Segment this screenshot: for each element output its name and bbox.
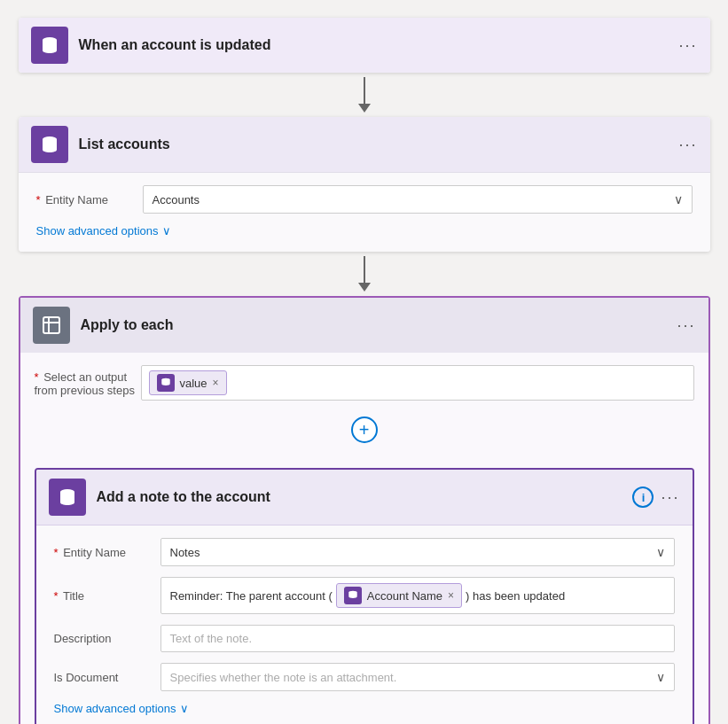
trigger-header: When an account is updated ··· — [19, 18, 710, 73]
list-accounts-step: List accounts ··· * Entity Name Accounts… — [19, 117, 710, 252]
title-suffix: ) has been updated — [466, 589, 565, 603]
entity-name-row: * Entity Name Accounts ∨ — [36, 185, 693, 214]
entity-name-label: * Entity Name — [36, 193, 143, 206]
account-name-tag: Account Name × — [336, 583, 462, 608]
note-entity-name-dropdown[interactable]: Notes ∨ — [160, 538, 675, 566]
list-accounts-header[interactable]: List accounts ··· — [19, 117, 710, 172]
required-star-2: * — [35, 370, 39, 384]
add-note-body: * Entity Name Notes ∨ * Title — [36, 525, 693, 724]
note-title-label: * Title — [54, 589, 160, 603]
apply-each-header[interactable]: Apply to each ··· — [20, 298, 708, 353]
arrow-head-2 — [358, 283, 371, 292]
trigger-step: When an account is updated ··· — [19, 18, 710, 73]
note-description-row: Description Text of the note. — [54, 625, 675, 652]
chevron-down-icon-3: ∨ — [656, 670, 665, 684]
add-note-icon-bg — [49, 479, 86, 516]
account-tag-close-button[interactable]: × — [448, 589, 454, 602]
arrow-line-2 — [364, 256, 365, 283]
add-note-more-button[interactable]: ··· — [661, 488, 679, 507]
list-accounts-icon-bg — [31, 126, 68, 163]
apply-each-more-button[interactable]: ··· — [677, 316, 695, 335]
show-advanced-button-2[interactable]: Show advanced options ∨ — [54, 702, 675, 715]
list-accounts-body: * Entity Name Accounts ∨ Show advanced o… — [19, 172, 710, 252]
note-description-field[interactable]: Text of the note. — [160, 625, 675, 652]
loop-icon — [41, 315, 62, 336]
trigger-more-button[interactable]: ··· — [678, 36, 697, 55]
is-document-placeholder: Specifies whether the note is an attachm… — [170, 671, 397, 684]
tag-icon — [157, 374, 175, 392]
tag-close-button[interactable]: × — [213, 377, 219, 389]
database-icon — [39, 35, 60, 56]
arrow-2 — [358, 252, 371, 296]
apply-each-body: * Select an output from previous steps v… — [20, 353, 708, 724]
note-is-document-row: Is Document Specifies whether the note i… — [54, 663, 675, 691]
database-icon-2 — [39, 134, 60, 155]
required-star: * — [36, 193, 41, 206]
note-is-document-dropdown[interactable]: Specifies whether the note is an attachm… — [160, 663, 675, 691]
output-label: * Select an output from previous steps — [35, 365, 141, 397]
value-tag: value × — [149, 370, 227, 395]
arrow-line-1 — [364, 77, 365, 104]
account-tag-icon — [344, 587, 362, 604]
chevron-icon-1: ∨ — [162, 224, 171, 237]
note-title-row: * Title Reminder: The parent account ( — [54, 577, 675, 614]
svg-rect-2 — [43, 317, 59, 333]
tag-db-icon — [160, 377, 172, 389]
title-prefix: Reminder: The parent account ( — [170, 589, 333, 603]
apply-each-title: Apply to each — [81, 317, 677, 333]
list-accounts-more-button[interactable]: ··· — [678, 136, 697, 154]
info-icon[interactable]: i — [632, 487, 654, 508]
note-entity-name-label: * Entity Name — [54, 546, 160, 559]
list-accounts-title: List accounts — [79, 136, 679, 152]
output-field[interactable]: value × — [141, 365, 694, 401]
chevron-down-icon-2: ∨ — [656, 545, 665, 559]
add-note-header[interactable]: Add a note to the account i ··· — [36, 470, 693, 525]
database-icon-3 — [57, 487, 78, 508]
trigger-title: When an account is updated — [79, 37, 679, 53]
note-description-label: Description — [54, 632, 160, 645]
apply-each-card: Apply to each ··· * Select an output fro… — [19, 296, 710, 724]
add-step-button[interactable]: + — [351, 416, 378, 443]
arrow-1 — [358, 73, 371, 117]
flow-canvas: When an account is updated ··· List acco… — [18, 18, 710, 724]
entity-name-dropdown[interactable]: Accounts ∨ — [143, 185, 693, 214]
account-db-icon — [347, 589, 359, 602]
chevron-down-icon: ∨ — [674, 192, 683, 206]
note-entity-name-row: * Entity Name Notes ∨ — [54, 538, 675, 566]
add-note-title: Add a note to the account — [97, 489, 633, 505]
trigger-icon-bg — [31, 27, 68, 64]
description-placeholder: Text of the note. — [170, 632, 253, 645]
note-title-field[interactable]: Reminder: The parent account ( Acc — [160, 577, 675, 614]
apply-each-icon-bg — [33, 307, 70, 344]
add-note-step: Add a note to the account i ··· * Entity… — [35, 468, 694, 724]
chevron-icon-2: ∨ — [180, 702, 189, 715]
arrow-head-1 — [358, 104, 371, 113]
note-is-document-label: Is Document — [54, 671, 160, 684]
show-advanced-button-1[interactable]: Show advanced options ∨ — [36, 224, 693, 237]
output-row: * Select an output from previous steps v… — [35, 365, 694, 401]
